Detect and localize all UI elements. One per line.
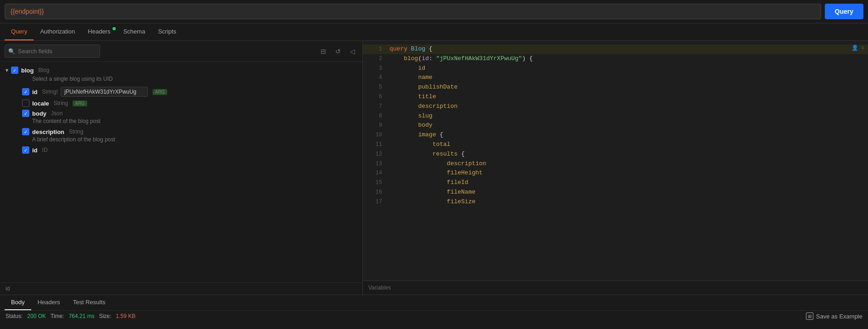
- id-checkbox[interactable]: ✓: [22, 88, 29, 95]
- code-editor[interactable]: 1 query Blog { 2 blog(id: "jPUxNefHAkW31…: [363, 41, 868, 280]
- tabs-row: Query Authorization Headers Schema Scrip…: [0, 23, 868, 41]
- code-line-12: 12 results {: [363, 150, 868, 159]
- description-field-type: String: [69, 128, 83, 135]
- left-panel: 🔍 ⊟ ↺ ◁ ▾ ✓ blog Blog Select a single bl…: [0, 41, 363, 295]
- save-icon: ⊞: [806, 312, 813, 320]
- locale-field-name: locale: [32, 100, 49, 107]
- id2-checkbox[interactable]: ✓: [22, 146, 29, 154]
- footer-field-label: id: [0, 282, 362, 295]
- editor-icon-1[interactable]: 👤: [851, 45, 858, 51]
- editor-icons: 👤 ≡: [851, 45, 864, 51]
- code-line-15: 15 fileId: [363, 178, 868, 188]
- size-value: 1.59 KB: [116, 313, 135, 319]
- blog-field-type: Blog: [38, 67, 49, 73]
- variables-label: Variables: [368, 284, 391, 291]
- body-checkbox[interactable]: ✓: [22, 110, 29, 117]
- tab-headers[interactable]: Headers: [81, 23, 117, 40]
- time-value: 764.21 ms: [69, 313, 95, 319]
- id-field-type: String!: [42, 89, 58, 95]
- blog-field-name: blog: [21, 67, 34, 74]
- description-desc: A brief description of the blog post: [32, 136, 357, 143]
- collapse-icon[interactable]: ◁: [347, 46, 358, 57]
- code-line-10: 10 image {: [363, 130, 868, 140]
- locale-arg-badge: ARG: [73, 100, 87, 106]
- id-field-name: id: [32, 89, 38, 95]
- id-value-input[interactable]: [61, 87, 148, 97]
- code-line-13: 13 description: [363, 159, 868, 169]
- description-checkbox[interactable]: ✓: [22, 128, 29, 135]
- right-panel-wrapper: 1 query Blog { 2 blog(id: "jPUxNefHAkW31…: [363, 41, 868, 295]
- tab-schema[interactable]: Schema: [117, 23, 152, 40]
- code-line-16: 16 fileName: [363, 188, 868, 197]
- bottom-tabs-left: Body Headers Test Results: [5, 295, 112, 310]
- bottom-tab-test-results[interactable]: Test Results: [67, 295, 112, 310]
- search-input[interactable]: [5, 45, 100, 58]
- tab-query[interactable]: Query: [5, 23, 34, 40]
- code-line-6: 6 title: [363, 92, 868, 102]
- id2-field-name: id: [32, 147, 38, 154]
- query-button[interactable]: Query: [825, 4, 863, 19]
- field-row-id: ✓ id String! ARG: [22, 87, 357, 97]
- locale-checkbox[interactable]: [22, 100, 29, 107]
- bottom-tab-body[interactable]: Body: [5, 295, 31, 310]
- endpoint-input[interactable]: [5, 4, 821, 19]
- time-label: Time:: [51, 313, 64, 319]
- code-line-14: 14 fileHeight: [363, 168, 868, 178]
- blog-description: Select a single blog using its UID: [32, 76, 357, 82]
- code-line-1: 1 query Blog {: [363, 45, 868, 54]
- bottom-panel: Body Headers Test Results Status: 200 OK…: [0, 295, 868, 329]
- refresh-icon[interactable]: ↺: [333, 46, 344, 57]
- field-row-body: ✓ body Json: [22, 110, 357, 117]
- blog-header: ▾ ✓ blog Blog: [6, 67, 357, 74]
- variables-bar: Variables: [363, 280, 868, 295]
- body-field-name: body: [32, 110, 46, 117]
- size-label: Size:: [99, 313, 112, 319]
- id2-field-type: ID: [42, 147, 48, 153]
- code-line-3: 3 id: [363, 64, 868, 73]
- body-description: The content of the blog post: [32, 118, 357, 124]
- code-line-7: 7 description: [363, 102, 868, 112]
- status-label: Status:: [6, 313, 23, 319]
- code-line-5: 5 publishDate: [363, 83, 868, 92]
- main-content: 🔍 ⊟ ↺ ◁ ▾ ✓ blog Blog Select a single bl…: [0, 41, 868, 295]
- bottom-tab-headers[interactable]: Headers: [31, 295, 67, 310]
- code-line-2: 2 blog(id: "jPUxNefHAkW31dYrXPwuUg") {: [363, 54, 868, 64]
- editor-icon-2[interactable]: ≡: [861, 45, 864, 51]
- code-line-9: 9 body: [363, 121, 868, 130]
- code-line-11: 11 total: [363, 140, 868, 150]
- blog-checkbox[interactable]: ✓: [11, 67, 18, 74]
- field-row-id2: ✓ id ID: [22, 146, 357, 154]
- locale-field-type: String: [54, 100, 68, 106]
- headers-dot: [113, 27, 116, 30]
- description-field-name: description: [32, 128, 64, 135]
- search-wrapper: 🔍: [5, 45, 314, 58]
- body-field-type: Json: [51, 110, 62, 117]
- tab-authorization[interactable]: Authorization: [34, 23, 81, 40]
- field-row-description: ✓ description String: [22, 128, 357, 135]
- code-line-17: 17 fileSize: [363, 197, 868, 207]
- tab-scripts[interactable]: Scripts: [152, 23, 183, 40]
- status-value: 200 OK: [27, 313, 46, 319]
- save-as-example-button[interactable]: ⊞ Save as Example: [806, 312, 862, 320]
- code-line-4: 4 name: [363, 73, 868, 83]
- chevron-down-icon[interactable]: ▾: [6, 67, 8, 73]
- field-row-locale: locale String ARG: [22, 100, 357, 107]
- search-bar: 🔍 ⊟ ↺ ◁: [0, 41, 362, 62]
- right-panel: 1 query Blog { 2 blog(id: "jPUxNefHAkW31…: [363, 41, 868, 295]
- filter-icon[interactable]: ⊟: [318, 46, 329, 57]
- bottom-tabs: Body Headers Test Results: [0, 295, 868, 311]
- code-line-8: 8 slug: [363, 112, 868, 121]
- top-bar: Query: [0, 0, 868, 23]
- bottom-status: Status: 200 OK Time: 764.21 ms Size: 1.5…: [0, 311, 868, 322]
- id-arg-badge: ARG: [152, 89, 167, 95]
- fields-list: ▾ ✓ blog Blog Select a single blog using…: [0, 62, 362, 282]
- search-icon: 🔍: [8, 48, 15, 55]
